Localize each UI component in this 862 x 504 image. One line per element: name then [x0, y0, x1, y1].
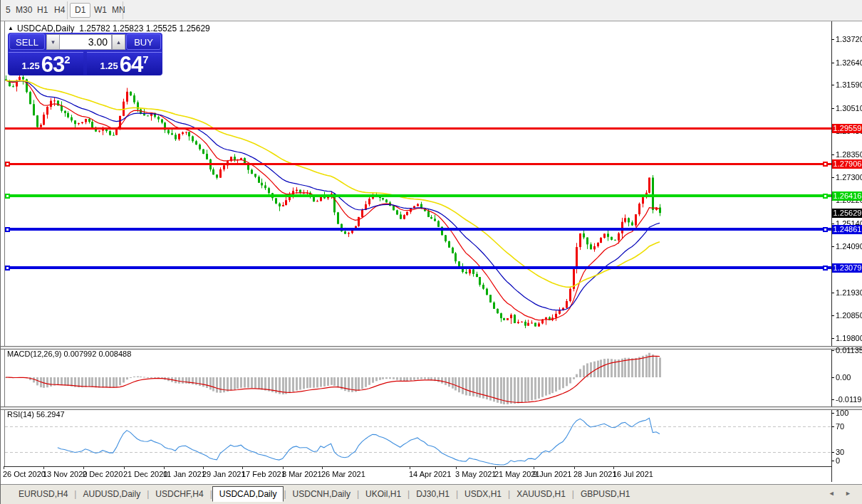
price-axis-tick-label: 1.24090: [836, 242, 862, 251]
chart-tab-USDCHF-H4[interactable]: USDCHF,H4: [149, 487, 209, 502]
level-line-left-marker[interactable]: [5, 162, 10, 167]
rsi-window-separator[interactable]: [1, 406, 862, 410]
macd-axis-tick-mark: [831, 377, 834, 378]
price-axis-tick-label: 1.27300: [836, 173, 862, 182]
date-axis-tick-mark: [410, 466, 410, 469]
date-axis-tick-mark: [322, 466, 323, 469]
macd-axis-tick-mark: [831, 399, 834, 400]
price-axis-tick-label: 1.30510: [836, 104, 862, 112]
horizontal-level-line-1.26416[interactable]: [5, 194, 831, 197]
level-line-right-marker[interactable]: [823, 266, 828, 271]
rsi-axis-label: 0: [836, 456, 840, 465]
rsi-axis-label: 100: [836, 409, 848, 417]
date-axis-label: 17 Feb 2021: [242, 470, 286, 478]
chart-tab-DJ30-H1[interactable]: DJ30,H1: [410, 487, 456, 502]
rsi-axis-tick-mark: [831, 452, 834, 453]
price-axis-tick-mark: [831, 338, 834, 339]
price-axis-tick-mark: [831, 39, 834, 40]
sell-button[interactable]: SELL: [9, 33, 45, 50]
price-axis-tick-mark: [831, 63, 834, 63]
level-line-right-marker[interactable]: [823, 194, 828, 199]
collapse-trade-panel-icon[interactable]: ▲: [8, 25, 14, 31]
macd-axis-label: 0.01135: [836, 346, 862, 355]
date-axis-label: 2 Dec 2020: [83, 470, 123, 478]
level-line-left-marker[interactable]: [5, 194, 10, 199]
chart-symbol-label: USDCAD,Daily: [17, 23, 75, 33]
date-axis-tick-mark: [203, 466, 204, 469]
date-axis-tick-mark: [43, 466, 44, 469]
price-axis-tick-mark: [831, 85, 834, 85]
date-axis-tick-mark: [164, 466, 165, 469]
horizontal-level-line-1.29559[interactable]: [5, 127, 831, 130]
date-axis-border: [4, 466, 832, 467]
level-line-left-marker[interactable]: [5, 227, 10, 232]
date-axis-label: 9 Jun 2021: [533, 470, 571, 478]
macd-axis-label: -0.01190: [836, 395, 862, 404]
chart-tab-EURUSD-H4[interactable]: EURUSD,H4: [12, 487, 74, 502]
chart-tab-XAUUSD-H1[interactable]: XAUUSD,H1: [510, 487, 572, 502]
level-line-right-marker[interactable]: [823, 227, 828, 232]
price-axis-tick-label: 1.33720: [836, 35, 862, 43]
toolbar-separator: [67, 1, 68, 19]
price-badge-1.23079: 1.23079: [832, 263, 862, 273]
price-badge-1.26416: 1.26416: [832, 191, 862, 201]
level-line-left-marker[interactable]: [5, 266, 10, 271]
chart-tab-USDX-H1[interactable]: USDX,H1: [458, 487, 508, 502]
date-axis-tick-mark: [534, 466, 534, 469]
buy-price-display[interactable]: 1.25 64 7: [87, 52, 162, 75]
price-badge-1.24861: 1.24861: [832, 225, 862, 234]
chart-left-border: [4, 21, 5, 466]
price-badge-1.29559: 1.29559: [832, 124, 862, 133]
rsi-axis-label: 70: [836, 422, 844, 431]
price-axis-tick-mark: [831, 177, 834, 178]
date-axis-tick-mark: [495, 466, 496, 469]
date-axis-label: 8 Mar 2021: [282, 470, 322, 478]
buy-button[interactable]: BUY: [126, 33, 161, 50]
rsi-indicator-label: RSI(14) 56.2947: [7, 410, 65, 419]
date-axis-tick-mark: [124, 466, 125, 469]
sell-price-base: 1.25: [21, 61, 39, 71]
date-axis-tick-mark: [456, 466, 457, 469]
price-axis-tick-mark: [831, 224, 834, 224]
date-axis-label: 28 Jun 2021: [573, 470, 617, 478]
date-axis-tick-mark: [613, 466, 614, 469]
date-axis-tick-mark: [283, 466, 284, 469]
macd-window-separator[interactable]: [1, 346, 862, 350]
chart-tab-AUDUSD-Daily[interactable]: AUDUSD,Daily: [76, 487, 147, 502]
macd-axis-tick-mark: [831, 350, 834, 351]
date-axis-label: 13 Nov 2020: [43, 470, 87, 478]
price-axis-tick-mark: [831, 293, 834, 293]
chart-tab-USDCNH-Daily[interactable]: USDCNH,Daily: [286, 487, 357, 502]
tab-scroll-arrows[interactable]: ◄ ►: [829, 490, 856, 497]
volume-increase-button[interactable]: ▴: [112, 34, 125, 50]
horizontal-level-line-1.27906[interactable]: [5, 163, 831, 165]
price-axis-tick-mark: [831, 246, 834, 247]
date-axis-label: 26 Oct 2020: [3, 470, 46, 478]
price-axis-tick-label: 1.28350: [836, 150, 862, 159]
timeframe-button-MN[interactable]: MN: [107, 3, 130, 18]
timeframe-button-D1[interactable]: D1: [70, 3, 90, 18]
macd-axis-label: 0.00: [836, 373, 851, 382]
chart-tab-USDCAD-Daily[interactable]: USDCAD,Daily: [212, 486, 284, 502]
chart-ohlc-values: 1.25782 1.25823 1.25525 1.25629: [79, 23, 210, 33]
volume-decrease-button[interactable]: ▾: [46, 34, 60, 50]
price-axis-tick-label: 1.32640: [836, 58, 862, 67]
macd-indicator-label: MACD(12,26,9) 0.007992 0.008488: [7, 350, 131, 358]
price-axis-tick-mark: [831, 315, 834, 316]
buy-price-base: 1.25: [100, 61, 118, 71]
chart-tab-UKOil-H1[interactable]: UKOil,H1: [359, 487, 407, 502]
chart-tab-GBPUSD-H1[interactable]: GBPUSD,H1: [574, 487, 636, 502]
one-click-trade-panel: SELL ▾ 3.00 ▴ BUY 1.25 63 2 1.25 64 7: [8, 33, 162, 75]
sell-price-point: 2: [64, 53, 70, 65]
horizontal-level-line-1.24861[interactable]: [5, 228, 831, 231]
horizontal-level-line-1.23079[interactable]: [5, 266, 831, 269]
price-axis-tick-mark: [831, 108, 834, 109]
price-axis-tick-label: 1.20850: [836, 311, 862, 320]
date-axis-label: 3 May 2021: [455, 470, 496, 478]
rsi-axis-label: 30: [836, 448, 844, 456]
sell-price-display[interactable]: 1.25 63 2: [9, 52, 83, 75]
volume-input[interactable]: 3.00: [59, 34, 112, 50]
level-line-right-marker[interactable]: [823, 162, 828, 167]
rsi-axis-tick-mark: [831, 413, 834, 414]
date-axis-label: 11 Jan 2021: [163, 470, 206, 478]
